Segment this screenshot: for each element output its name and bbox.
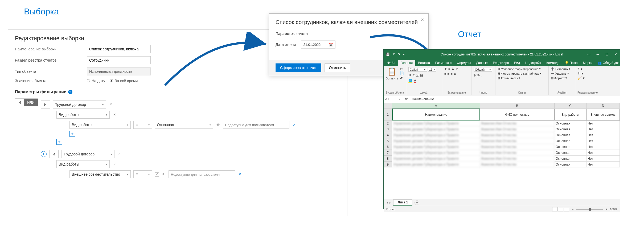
cell-ext[interactable]: Нет: [586, 156, 620, 162]
cell-ext[interactable]: Нет: [586, 150, 620, 156]
value-select-1[interactable]: Основная▾: [155, 121, 213, 129]
branch1-and[interactable]: И: [41, 101, 50, 109]
col-header-a[interactable]: A: [392, 103, 480, 109]
cell-fio[interactable]: Фамилия Имя Отчество: [480, 138, 555, 144]
cell-work[interactable]: Основная: [555, 162, 586, 167]
generate-report-button[interactable]: Сформировать отчет: [276, 63, 321, 72]
worktype-select-2[interactable]: Вид работы▾: [56, 160, 110, 168]
remove-icon[interactable]: ×: [238, 172, 242, 177]
row-header[interactable]: 7: [384, 150, 392, 156]
add-condition-button[interactable]: +: [69, 131, 75, 137]
date-input[interactable]: 21.01.2022 📅: [301, 41, 335, 49]
cell-work[interactable]: Основная: [555, 132, 586, 138]
cancel-button[interactable]: Отменить: [325, 63, 351, 72]
name-input[interactable]: [87, 45, 151, 53]
row-header[interactable]: 8: [384, 156, 392, 162]
tab-data[interactable]: Данные: [473, 60, 490, 66]
col-header-d[interactable]: D: [586, 103, 620, 109]
remove-icon[interactable]: ×: [292, 122, 297, 127]
tab-team[interactable]: Команда: [544, 60, 562, 66]
cell-work[interactable]: Основная: [555, 144, 586, 150]
underline-icon[interactable]: Ч: [416, 73, 419, 77]
table-row[interactable]: Управление делами Губернатора и ПравитеФ…: [392, 138, 620, 144]
remove-icon[interactable]: ×: [109, 102, 113, 107]
zoom-out-icon[interactable]: −: [572, 208, 573, 211]
format-painter-icon[interactable]: 🖌: [400, 76, 404, 79]
value-select-2[interactable]: Внешнее совместительство▾: [69, 170, 131, 178]
font-name-select[interactable]: Calibri▾: [408, 67, 427, 72]
ribbon-options-icon[interactable]: ▭: [586, 53, 591, 56]
checkbox[interactable]: [155, 172, 159, 176]
row-header[interactable]: 5: [384, 138, 392, 144]
availability-input-1[interactable]: [223, 121, 289, 129]
close-icon[interactable]: ✕: [613, 53, 618, 56]
zoom-level[interactable]: 100%: [610, 208, 617, 211]
cell-fio[interactable]: Фамилия Имя Отчество: [480, 132, 555, 138]
minimize-icon[interactable]: ─: [595, 53, 600, 56]
redo-icon[interactable]: ↷: [398, 53, 400, 56]
format-cells-button[interactable]: ▦ Формат ▾: [551, 76, 567, 80]
share-button[interactable]: 👥 Общий доступ: [595, 60, 627, 66]
cut-icon[interactable]: ✂: [400, 67, 404, 71]
fill-icon[interactable]: ⬇ ▾: [577, 72, 583, 75]
tab-file[interactable]: Файл: [385, 60, 398, 66]
cell-fio[interactable]: Фамилия Имя Отчество: [480, 156, 555, 162]
row-header[interactable]: 4: [384, 132, 392, 138]
currency-icon[interactable]: $: [474, 73, 475, 77]
format-as-table-button[interactable]: ▦ Форматировать как таблицу ▾: [498, 72, 542, 75]
visibility-icon[interactable]: 👁: [162, 172, 166, 177]
operator-select-1[interactable]: =▾: [133, 121, 152, 129]
worksheet[interactable]: A B C D 1 23456789 Наименование ФИО полн…: [384, 103, 620, 199]
logic-or-btn[interactable]: ИЛИ: [24, 99, 38, 106]
cell-styles-button[interactable]: ▦ Стили ячеек ▾: [498, 76, 520, 80]
normal-view-icon[interactable]: [552, 207, 557, 211]
visibility-icon[interactable]: 👁: [216, 122, 220, 127]
wrap-text-icon[interactable]: ↵: [456, 67, 458, 71]
row-header[interactable]: 2: [384, 120, 392, 126]
row-header[interactable]: 9: [384, 162, 392, 167]
availability-input-2[interactable]: [169, 170, 235, 178]
logic-and-btn[interactable]: И: [15, 99, 24, 106]
tab-tellme[interactable]: 💡 Помо: [562, 60, 580, 66]
header-cell-ext[interactable]: Внешнее совмес: [586, 109, 620, 120]
operator-select-2[interactable]: =▾: [133, 170, 152, 178]
cell-work[interactable]: Основная: [555, 138, 586, 144]
branch2-and[interactable]: И: [49, 150, 59, 158]
table-row[interactable]: Управление делами Губернатора и ПравитеФ…: [392, 150, 620, 156]
qat-more-icon[interactable]: ▾: [403, 53, 405, 56]
cell-name[interactable]: Управление делами Губернатора и Правите: [392, 126, 480, 132]
tab-insert[interactable]: Вставка: [415, 60, 433, 66]
cell-name[interactable]: Управление делами Губернатора и Правите: [392, 150, 480, 156]
merge-icon[interactable]: ⬌: [454, 72, 457, 76]
table-row[interactable]: Управление делами Губернатора и ПравитеФ…: [392, 132, 620, 138]
insert-cells-button[interactable]: ➕ Вставить ▾: [551, 67, 570, 71]
sheet-nav-prev-icon[interactable]: ◂: [386, 201, 388, 204]
cell-ext[interactable]: Нет: [586, 120, 620, 126]
conditional-formatting-button[interactable]: ▦ Условное форматирование ▾: [498, 67, 541, 71]
cell-work[interactable]: Основная: [555, 120, 586, 126]
cell-name[interactable]: Управление делами Губернатора и Правите: [392, 156, 480, 162]
remove-icon[interactable]: ×: [112, 112, 117, 117]
table-row[interactable]: Управление делами Губернатора и ПравитеФ…: [392, 162, 620, 167]
align-top-icon[interactable]: ⬆: [444, 67, 447, 71]
worktype-select-1[interactable]: Вид работы▾: [56, 111, 110, 119]
cell-name[interactable]: Управление делами Губернатора и Правите: [392, 144, 480, 150]
cell-work[interactable]: Основная: [555, 156, 586, 162]
autosum-icon[interactable]: Σ ▾: [577, 67, 583, 71]
fx-icon[interactable]: fx: [402, 97, 410, 101]
zoom-in-icon[interactable]: +: [605, 208, 607, 211]
select-all-corner[interactable]: [384, 103, 392, 109]
maximize-icon[interactable]: ☐: [604, 53, 609, 56]
name-box[interactable]: A1▾: [384, 96, 402, 102]
cell-fio[interactable]: Фамилия Имя Отчество: [480, 126, 555, 132]
close-icon[interactable]: ✕: [421, 17, 424, 22]
cell-name[interactable]: Управление делами Губернатора и Правите: [392, 132, 480, 138]
cell-ext[interactable]: Нет: [586, 162, 620, 167]
cell-name[interactable]: Управление делами Губернатора и Правите: [392, 138, 480, 144]
tab-view[interactable]: Вид: [511, 60, 523, 66]
cell-work[interactable]: Основная: [555, 150, 586, 156]
cell-ext[interactable]: Нет: [586, 126, 620, 132]
radio-on-date[interactable]: На дату: [87, 79, 105, 83]
tab-review[interactable]: Рецензиро: [490, 60, 512, 66]
formula-input[interactable]: Наименование: [410, 96, 620, 102]
